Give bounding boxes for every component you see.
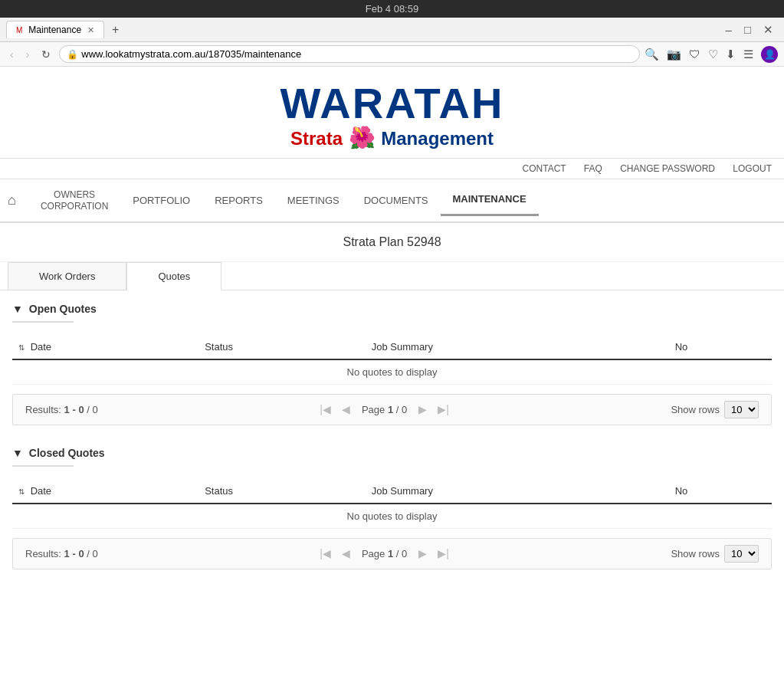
closed-quotes-no-data-row: No quotes to display — [12, 504, 772, 529]
forward-button[interactable]: › — [22, 47, 34, 62]
tab-favicon: M — [16, 26, 22, 34]
open-quotes-thead: ⇅ Date Status Job Summary No — [12, 335, 772, 359]
page-content: WARATAH Strata 🌺 Management CONTACT FAQ … — [0, 67, 784, 569]
open-quotes-header[interactable]: ▼ Open Quotes — [0, 290, 784, 321]
closed-quotes-page-info: Page 1 / 0 — [362, 548, 407, 559]
tab-label: Maintenance — [28, 25, 81, 35]
closed-quotes-thead: ⇅ Date Status Job Summary No — [12, 479, 772, 504]
profile-icon[interactable]: 👤 — [761, 46, 778, 63]
open-quotes-title: Open Quotes — [29, 303, 97, 315]
browser-toolbar-icons: 🔍 📷 🛡 ♡ ⬇ ☰ 👤 — [645, 46, 778, 63]
closed-quotes-no-data: No quotes to display — [12, 504, 772, 529]
new-tab-button[interactable]: + — [109, 23, 122, 37]
open-next-page-button[interactable]: ▶ — [415, 402, 431, 417]
logo-subtitle: Strata 🌺 Management — [0, 125, 784, 150]
open-quotes-header-row: ⇅ Date Status Job Summary No — [12, 335, 772, 359]
closed-quotes-header[interactable]: ▼ Closed Quotes — [0, 435, 784, 465]
heart-icon[interactable]: ♡ — [708, 48, 718, 61]
datetime-display: Feb 4 08:59 — [366, 3, 418, 15]
tab-quotes[interactable]: Quotes — [126, 262, 221, 290]
lock-icon: 🔒 — [67, 49, 78, 60]
camera-icon[interactable]: 📷 — [667, 48, 681, 61]
contact-link[interactable]: CONTACT — [523, 163, 566, 174]
search-icon[interactable]: 🔍 — [645, 48, 659, 61]
col-date-closed[interactable]: ⇅ Date — [12, 479, 198, 504]
open-quotes-rows-select[interactable]: 10 25 50 — [724, 401, 759, 418]
logout-link[interactable]: LOGOUT — [733, 163, 772, 174]
open-last-page-button[interactable]: ▶| — [434, 402, 453, 417]
site-header: WARATAH Strata 🌺 Management — [0, 67, 784, 159]
closed-prev-page-button[interactable]: ◀ — [338, 546, 354, 561]
sort-icon-date-open: ⇅ — [18, 343, 25, 352]
closed-quotes-title: Closed Quotes — [29, 447, 105, 459]
close-button[interactable]: ✕ — [759, 23, 778, 37]
closed-quotes-pagination: Results: 1 - 0 / 0 |◀ ◀ Page 1 / 0 ▶ ▶| … — [12, 538, 772, 569]
address-input[interactable] — [59, 45, 640, 63]
tabs-container: Work Orders Quotes — [0, 262, 784, 290]
open-quotes-show-rows: Show rows 10 25 50 — [671, 401, 759, 418]
maximize-button[interactable]: □ — [740, 23, 756, 37]
open-quotes-divider — [12, 321, 74, 323]
col-job-summary-closed: Job Summary — [366, 479, 669, 504]
sort-icon-date-closed: ⇅ — [18, 487, 25, 496]
closed-quotes-chevron: ▼ — [12, 447, 23, 459]
open-quotes-no-data-row: No quotes to display — [12, 359, 772, 385]
closed-quotes-table: ⇅ Date Status Job Summary No No q — [12, 479, 772, 529]
col-no-closed: No — [669, 479, 772, 504]
browser-tab[interactable]: M Maintenance ✕ — [6, 21, 104, 38]
open-quotes-tbody: No quotes to display — [12, 359, 772, 385]
back-button[interactable]: ‹ — [6, 47, 18, 62]
closed-quotes-results: Results: 1 - 0 / 0 — [25, 548, 98, 559]
col-job-summary-open: Job Summary — [366, 335, 669, 359]
closed-quotes-tbody: No quotes to display — [12, 504, 772, 529]
nav-owners-corporation[interactable]: OWNERS CORPORATION — [28, 179, 120, 221]
logo-flower-icon: 🌺 — [349, 125, 376, 150]
nav-maintenance[interactable]: MAINTENANCE — [441, 184, 539, 216]
col-status-closed: Status — [198, 479, 366, 504]
closed-first-page-button[interactable]: |◀ — [316, 546, 335, 561]
closed-quotes-header-row: ⇅ Date Status Job Summary No — [12, 479, 772, 504]
download-icon[interactable]: ⬇ — [726, 48, 736, 61]
browser-tab-bar: M Maintenance ✕ + – □ ✕ — [0, 18, 784, 42]
open-quotes-chevron: ▼ — [12, 303, 23, 315]
minimize-button[interactable]: – — [721, 23, 736, 37]
open-first-page-button[interactable]: |◀ — [316, 402, 335, 417]
open-quotes-results: Results: 1 - 0 / 0 — [25, 404, 98, 415]
open-quotes-pagination-controls: |◀ ◀ Page 1 / 0 ▶ ▶| — [316, 402, 453, 417]
browser-titlebar: Feb 4 08:59 — [0, 0, 784, 18]
nav-documents[interactable]: DOCUMENTS — [352, 185, 441, 215]
col-date-open[interactable]: ⇅ Date — [12, 335, 198, 359]
open-quotes-page-info: Page 1 / 0 — [362, 404, 407, 415]
top-nav: CONTACT FAQ CHANGE PASSWORD LOGOUT — [0, 159, 784, 179]
address-bar-container: 🔒 — [59, 45, 640, 63]
faq-link[interactable]: FAQ — [584, 163, 602, 174]
main-nav: ⌂ OWNERS CORPORATION PORTFOLIO REPORTS M… — [0, 179, 784, 223]
tab-work-orders[interactable]: Work Orders — [8, 262, 126, 290]
col-status-open: Status — [198, 335, 366, 359]
tab-close-button[interactable]: ✕ — [87, 25, 94, 35]
col-no-open: No — [669, 335, 772, 359]
open-prev-page-button[interactable]: ◀ — [338, 402, 354, 417]
nav-portfolio[interactable]: PORTFOLIO — [120, 185, 202, 215]
browser-nav-bar: ‹ › ↻ 🔒 🔍 📷 🛡 ♡ ⬇ ☰ 👤 — [0, 42, 784, 67]
closed-quotes-rows-select[interactable]: 10 25 50 — [724, 545, 759, 563]
closed-next-page-button[interactable]: ▶ — [415, 546, 431, 561]
home-icon[interactable]: ⌂ — [8, 185, 28, 216]
closed-last-page-button[interactable]: ▶| — [434, 546, 453, 561]
change-password-link[interactable]: CHANGE PASSWORD — [620, 163, 715, 174]
window-controls: – □ ✕ — [721, 23, 778, 37]
reload-button[interactable]: ↻ — [38, 47, 54, 62]
shield-icon[interactable]: 🛡 — [689, 48, 700, 61]
open-quotes-pagination: Results: 1 - 0 / 0 |◀ ◀ Page 1 / 0 ▶ ▶| … — [12, 394, 772, 425]
page-title: Strata Plan 52948 — [0, 223, 784, 262]
open-quotes-no-data: No quotes to display — [12, 359, 772, 385]
nav-reports[interactable]: REPORTS — [202, 185, 275, 215]
menu-icon[interactable]: ☰ — [743, 48, 753, 61]
closed-quotes-show-rows: Show rows 10 25 50 — [671, 545, 759, 563]
nav-meetings[interactable]: MEETINGS — [275, 185, 352, 215]
open-quotes-table-container: ⇅ Date Status Job Summary No No q — [0, 335, 784, 385]
closed-quotes-divider — [12, 465, 74, 467]
logo-strata-text: Strata — [290, 128, 343, 149]
closed-quotes-pagination-controls: |◀ ◀ Page 1 / 0 ▶ ▶| — [316, 546, 453, 561]
logo-management-text: Management — [381, 128, 494, 149]
